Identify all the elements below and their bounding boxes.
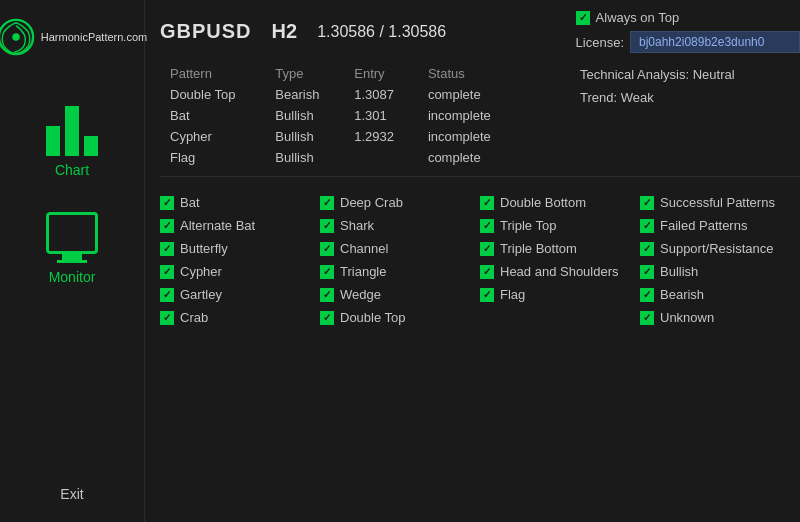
cell-status: incomplete — [418, 105, 520, 126]
sidebar-item-monitor[interactable]: Monitor — [0, 200, 144, 297]
divider — [160, 176, 800, 177]
filter-item[interactable]: ✓Crab — [160, 310, 320, 325]
filter-checkbox[interactable]: ✓ — [160, 288, 174, 302]
chart-icon — [42, 96, 102, 156]
filter-label: Support/Resistance — [660, 241, 773, 256]
filter-item[interactable]: ✓Cypher — [160, 264, 320, 279]
col-type: Type — [265, 63, 344, 84]
filter-label: Cypher — [180, 264, 222, 279]
sidebar: HarmonicPattern.com Chart Monitor Exit — [0, 0, 145, 522]
filter-checkbox[interactable]: ✓ — [640, 311, 654, 325]
content-top: Pattern Type Entry Status Double TopBear… — [160, 63, 800, 168]
cell-status: incomplete — [418, 126, 520, 147]
filter-checkbox[interactable]: ✓ — [480, 242, 494, 256]
filter-checkbox[interactable]: ✓ — [160, 219, 174, 233]
cell-entry — [344, 147, 418, 168]
always-on-top-row: ✓ Always on Top — [576, 10, 800, 25]
filter-label: Bearish — [660, 287, 704, 302]
table-row: BatBullish1.301incomplete — [160, 105, 520, 126]
filter-checkbox[interactable]: ✓ — [320, 311, 334, 325]
header-row: GBPUSD H2 1.30586 / 1.30586 ✓ Always on … — [160, 10, 800, 53]
filter-checkbox[interactable]: ✓ — [160, 196, 174, 210]
cell-type: Bullish — [265, 105, 344, 126]
filter-item[interactable]: ✓Successful Patterns — [640, 195, 800, 210]
cell-type: Bullish — [265, 147, 344, 168]
filter-checkbox[interactable]: ✓ — [480, 265, 494, 279]
filter-label: Gartley — [180, 287, 222, 302]
currency-pair: GBPUSD — [160, 20, 252, 43]
logo-area: HarmonicPattern.com — [0, 10, 155, 64]
filter-item[interactable]: ✓Unknown — [640, 310, 800, 325]
filter-checkbox[interactable]: ✓ — [320, 265, 334, 279]
filter-label: Butterfly — [180, 241, 228, 256]
filters-section: ✓Bat✓Alternate Bat✓Butterfly✓Cypher✓Gart… — [160, 195, 800, 325]
filter-checkbox[interactable]: ✓ — [160, 242, 174, 256]
filter-checkbox[interactable]: ✓ — [480, 219, 494, 233]
bar2 — [65, 106, 79, 156]
filter-item[interactable]: ✓Wedge — [320, 287, 480, 302]
filter-checkbox[interactable]: ✓ — [640, 219, 654, 233]
content-right: Technical Analysis: Neutral Trend: Weak — [580, 63, 800, 168]
filter-label: Deep Crab — [340, 195, 403, 210]
sidebar-item-chart[interactable]: Chart — [0, 84, 144, 190]
filter-checkbox[interactable]: ✓ — [320, 242, 334, 256]
cell-pattern: Flag — [160, 147, 265, 168]
license-input[interactable] — [630, 31, 800, 53]
filter-checkbox[interactable]: ✓ — [320, 219, 334, 233]
cell-pattern: Bat — [160, 105, 265, 126]
filter-item[interactable]: ✓Triple Bottom — [480, 241, 640, 256]
filter-item[interactable]: ✓Triple Top — [480, 218, 640, 233]
filter-checkbox[interactable]: ✓ — [480, 288, 494, 302]
filter-item[interactable]: ✓Head and Shoulders — [480, 264, 640, 279]
technical-analysis: Technical Analysis: Neutral Trend: Weak — [580, 63, 800, 110]
license-label: License: — [576, 35, 624, 50]
cell-pattern: Double Top — [160, 84, 265, 105]
filter-item[interactable]: ✓Double Bottom — [480, 195, 640, 210]
cell-status: complete — [418, 147, 520, 168]
filter-col-3: ✓Double Bottom✓Triple Top✓Triple Bottom✓… — [480, 195, 640, 325]
filter-item[interactable]: ✓Support/Resistance — [640, 241, 800, 256]
filter-item[interactable]: ✓Double Top — [320, 310, 480, 325]
filter-item[interactable]: ✓Shark — [320, 218, 480, 233]
pattern-table: Pattern Type Entry Status Double TopBear… — [160, 63, 520, 168]
filter-item[interactable]: ✓Deep Crab — [320, 195, 480, 210]
cell-entry: 1.301 — [344, 105, 418, 126]
table-row: CypherBullish1.2932incomplete — [160, 126, 520, 147]
cell-type: Bullish — [265, 126, 344, 147]
filter-checkbox[interactable]: ✓ — [160, 265, 174, 279]
filter-item[interactable]: ✓Flag — [480, 287, 640, 302]
filter-label: Triple Top — [500, 218, 556, 233]
filter-item[interactable]: ✓Failed Patterns — [640, 218, 800, 233]
filter-checkbox[interactable]: ✓ — [640, 265, 654, 279]
filter-checkbox[interactable]: ✓ — [640, 242, 654, 256]
filter-label: Failed Patterns — [660, 218, 747, 233]
filter-item[interactable]: ✓Bearish — [640, 287, 800, 302]
timeframe: H2 — [272, 20, 298, 43]
filter-item[interactable]: ✓Alternate Bat — [160, 218, 320, 233]
filter-item[interactable]: ✓Butterfly — [160, 241, 320, 256]
filter-checkbox[interactable]: ✓ — [160, 311, 174, 325]
filter-item[interactable]: ✓Bullish — [640, 264, 800, 279]
always-on-top-checkbox[interactable]: ✓ — [576, 11, 590, 25]
filter-label: Triple Bottom — [500, 241, 577, 256]
main-content: GBPUSD H2 1.30586 / 1.30586 ✓ Always on … — [145, 0, 800, 522]
filter-label: Head and Shoulders — [500, 264, 619, 279]
filter-checkbox[interactable]: ✓ — [640, 196, 654, 210]
filter-checkbox[interactable]: ✓ — [640, 288, 654, 302]
cell-entry: 1.2932 — [344, 126, 418, 147]
filter-item[interactable]: ✓Bat — [160, 195, 320, 210]
tech-analysis-text: Technical Analysis: Neutral — [580, 63, 800, 86]
filter-item[interactable]: ✓Gartley — [160, 287, 320, 302]
monitor-icon-group — [46, 212, 98, 263]
filter-checkbox[interactable]: ✓ — [320, 196, 334, 210]
cell-status: complete — [418, 84, 520, 105]
filter-item[interactable]: ✓Channel — [320, 241, 480, 256]
exit-button[interactable]: Exit — [40, 466, 103, 522]
filter-item[interactable]: ✓Triangle — [320, 264, 480, 279]
table-row: FlagBullishcomplete — [160, 147, 520, 168]
filter-label: Channel — [340, 241, 388, 256]
filter-checkbox[interactable]: ✓ — [320, 288, 334, 302]
cell-type: Bearish — [265, 84, 344, 105]
price: 1.30586 / 1.30586 — [317, 23, 446, 41]
filter-checkbox[interactable]: ✓ — [480, 196, 494, 210]
